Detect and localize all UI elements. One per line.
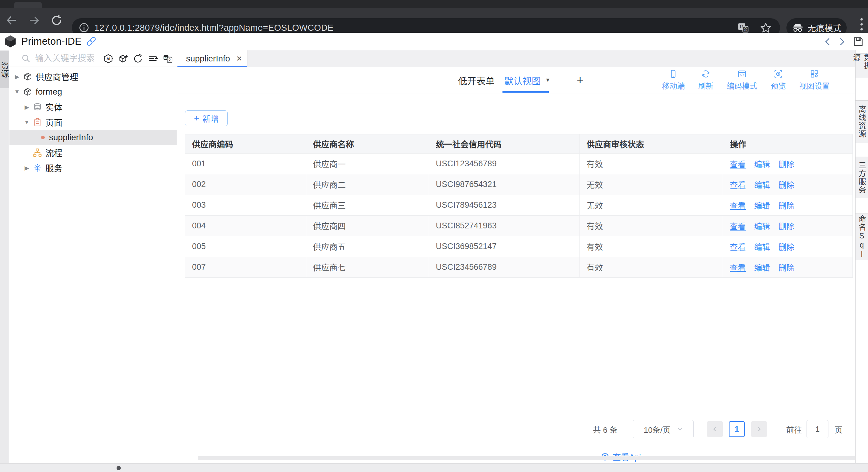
page-size-value: 10条/页 [644, 424, 671, 435]
delete-link[interactable]: 删除 [778, 200, 794, 211]
link-icon[interactable] [86, 36, 97, 47]
rail-tab-resources[interactable]: 资源 [0, 51, 9, 88]
save-icon[interactable] [853, 36, 864, 47]
tree-item-label: 实体 [45, 101, 62, 113]
tree-item-flow[interactable]: 流程 [9, 145, 177, 160]
edit-link[interactable]: 编辑 [754, 179, 770, 190]
toolbar-label: 视图设置 [799, 80, 830, 91]
edit-link[interactable]: 编辑 [754, 262, 770, 273]
chevron-right-icon[interactable]: ▶ [22, 104, 31, 111]
rail-tab-named-sql[interactable]: 命名Sql [856, 213, 868, 260]
tree-item-service[interactable]: ▶ 服务 [9, 160, 177, 175]
chevron-left-icon [712, 426, 718, 432]
reload-icon[interactable] [50, 14, 63, 27]
delete-link[interactable]: 删除 [778, 158, 794, 169]
view-settings-button[interactable]: 视图设置 [799, 69, 830, 91]
pagination: 共 6 条 10条/页 1 前往 页 [185, 419, 853, 439]
close-icon[interactable]: ✕ [236, 55, 242, 63]
current-page[interactable]: 1 [729, 421, 745, 437]
edit-link[interactable]: 编辑 [754, 220, 770, 231]
tree-item-supplier-page[interactable]: supplierInfo [9, 130, 177, 145]
cell-status: 有效 [580, 154, 723, 174]
horizontal-scrollbar[interactable] [198, 456, 855, 460]
toolbar-label: 编码模式 [727, 80, 757, 91]
chevron-right-icon[interactable]: ▶ [22, 165, 31, 171]
url-text[interactable]: 127.0.0.1:28079/ide/index.html?appName=E… [94, 23, 334, 33]
chevron-down-icon[interactable]: ▼ [12, 89, 22, 95]
site-info-icon[interactable] [79, 22, 90, 33]
code-window-icon: </> [738, 69, 747, 78]
ai-assistant-icon[interactable]: AI [103, 54, 114, 64]
view-toolbar: 移动端 刷新 </> 编码模式 预览 视图设置 [662, 67, 830, 93]
edit-link[interactable]: 编辑 [754, 158, 770, 169]
prev-page-button[interactable] [707, 421, 723, 437]
rail-tab-offline-resources[interactable]: 离线资源 [856, 100, 868, 143]
chevron-right-icon [756, 426, 762, 432]
view-link[interactable]: 查看 [730, 158, 746, 169]
tab-default-view[interactable]: 默认视图 ▼ [504, 67, 551, 93]
svg-text:文: 文 [168, 58, 172, 61]
view-link[interactable]: 查看 [730, 179, 746, 190]
forward-icon[interactable] [27, 14, 41, 27]
package-icon [22, 87, 34, 96]
bookmark-star-icon[interactable] [760, 22, 772, 33]
delete-link[interactable]: 删除 [778, 241, 794, 252]
refresh-icon [701, 69, 710, 78]
preview-button[interactable]: 预览 [771, 69, 786, 91]
view-link[interactable]: 查看 [730, 200, 746, 211]
add-button-label: 新增 [203, 112, 219, 124]
col-supplier-name: 供应商名称 [306, 134, 429, 153]
tab-lowcode-form[interactable]: 低开表单 [458, 67, 495, 93]
page-size-select[interactable]: 10条/页 [633, 420, 693, 438]
delete-link[interactable]: 删除 [778, 262, 794, 273]
tree-item-pages[interactable]: ▼ 页面 [9, 115, 177, 130]
chevron-right-icon[interactable]: ▶ [12, 73, 22, 80]
new-module-icon[interactable] [118, 54, 128, 64]
tree-item-supplier-app[interactable]: ▶ 供应商管理 [9, 69, 177, 84]
refresh-button[interactable]: 刷新 [698, 69, 713, 91]
view-link[interactable]: 查看 [730, 220, 746, 231]
chevron-down-icon[interactable]: ▼ [22, 119, 31, 126]
browser-tab[interactable] [14, 2, 42, 8]
history-forward-icon[interactable] [838, 37, 846, 46]
add-view-button[interactable]: + [577, 67, 583, 93]
tree-item-label: 页面 [45, 116, 62, 128]
browser-chrome: 127.0.0.1:28079/ide/index.html?appName=E… [0, 0, 868, 33]
status-dot-icon [117, 466, 121, 470]
tree-item-entity[interactable]: ▶ 实体 [9, 99, 177, 115]
col-usci: 统一社会信用代码 [429, 134, 580, 153]
tree-item-formeg[interactable]: ▼ formeg [9, 84, 177, 99]
browser-menu-icon[interactable] [857, 15, 867, 33]
cell-code: 005 [185, 236, 306, 257]
incognito-label: 无痕模式 [807, 22, 841, 34]
goto-page-input[interactable] [807, 420, 829, 438]
tab-supplierinfo[interactable]: supplierInfo ✕ [178, 50, 247, 67]
search-input[interactable] [35, 54, 103, 63]
col-actions: 操作 [723, 134, 852, 153]
next-page-button[interactable] [751, 421, 767, 437]
cell-status: 有效 [580, 215, 723, 236]
plus-icon: + [194, 114, 199, 123]
add-button[interactable]: + 新增 [185, 110, 228, 126]
refresh-tree-icon[interactable] [133, 54, 143, 64]
history-back-icon[interactable] [824, 37, 832, 46]
edit-link[interactable]: 编辑 [754, 241, 770, 252]
translate-icon[interactable]: G文 [738, 22, 749, 33]
rail-tab-datasource[interactable]: 数据源 [856, 53, 868, 78]
code-mode-button[interactable]: </> 编码模式 [727, 69, 757, 91]
mobile-icon [669, 69, 678, 78]
mobile-mode-button[interactable]: 移动端 [662, 69, 685, 91]
sort-list-icon[interactable] [148, 54, 158, 64]
grid-settings-icon [810, 69, 819, 78]
view-link[interactable]: 查看 [730, 241, 746, 252]
delete-link[interactable]: 删除 [778, 220, 794, 231]
view-link[interactable]: 查看 [730, 262, 746, 273]
incognito-icon [792, 23, 804, 32]
cell-usci: USCI234566789 [429, 257, 580, 277]
edit-link[interactable]: 编辑 [754, 200, 770, 211]
rail-tab-third-party-services[interactable]: 三方服务 [856, 157, 868, 198]
delete-link[interactable]: 删除 [778, 179, 794, 190]
language-toggle-icon[interactable]: En文 [163, 54, 173, 64]
back-icon[interactable] [5, 14, 18, 27]
caret-down-icon[interactable]: ▼ [545, 77, 551, 83]
